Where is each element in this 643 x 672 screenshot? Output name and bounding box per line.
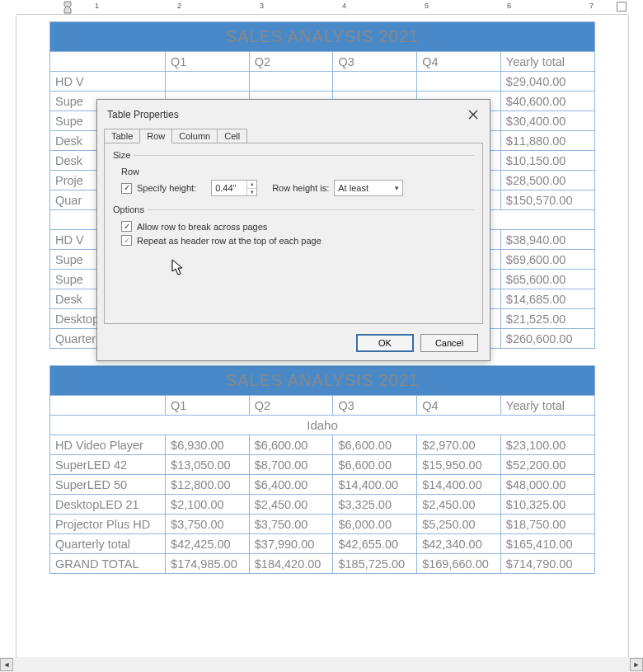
specify-height-checkbox[interactable] bbox=[121, 183, 132, 194]
table-row: Projector Plus HD$3,750.00$3,750.00$6,00… bbox=[50, 515, 595, 534]
tab-column[interactable]: Column bbox=[171, 129, 218, 143]
row-label: Row bbox=[121, 167, 139, 176]
vertical-ruler-left bbox=[0, 15, 16, 657]
table-row: GRAND TOTAL$174,985.00$184,420.00$185,72… bbox=[50, 554, 595, 574]
allow-break-checkbox[interactable] bbox=[121, 221, 132, 232]
horizontal-ruler: 1 2 3 4 5 6 7 bbox=[16, 0, 628, 15]
tab-cell[interactable]: Cell bbox=[217, 129, 247, 143]
table-title: SALES ANALYSIS 2021 bbox=[50, 22, 595, 52]
spinner-icon[interactable]: ▲▼ bbox=[246, 181, 256, 195]
specify-height-label: Specify height: bbox=[137, 183, 196, 193]
tab-table[interactable]: Table bbox=[104, 129, 140, 143]
ok-button[interactable]: OK bbox=[356, 334, 414, 352]
indent-marker-icon[interactable] bbox=[63, 0, 72, 15]
chevron-down-icon: ▼ bbox=[393, 185, 400, 192]
repeat-header-label: Repeat as header row at the top of each … bbox=[137, 236, 322, 246]
horizontal-scrollbar[interactable]: ◄ ► bbox=[0, 657, 643, 672]
tab-row[interactable]: Row bbox=[139, 129, 172, 143]
sales-table-2: SALES ANALYSIS 2021 Q1Q2Q3Q4Yearly total… bbox=[49, 365, 595, 574]
scroll-left-icon[interactable]: ◄ bbox=[0, 658, 13, 671]
allow-break-label: Allow row to break across pages bbox=[137, 222, 267, 232]
cancel-button[interactable]: Cancel bbox=[420, 334, 478, 352]
table-row: SuperLED 42$13,050.00$8,700.00$6,600.00$… bbox=[50, 455, 595, 475]
region-row: Idaho bbox=[50, 416, 595, 435]
row-height-is-label: Row height is: bbox=[272, 183, 329, 193]
scroll-right-icon[interactable]: ► bbox=[630, 658, 643, 671]
close-icon[interactable] bbox=[465, 106, 481, 123]
ruler-corner-button[interactable] bbox=[617, 2, 627, 12]
row-height-mode-select[interactable]: At least ▼ bbox=[334, 180, 403, 196]
table-title: SALES ANALYSIS 2021 bbox=[50, 366, 595, 396]
vertical-ruler-right bbox=[628, 15, 643, 657]
table-row: DesktopLED 21$2,100.00$2,450.00$3,325.00… bbox=[50, 495, 595, 515]
table-properties-dialog: Table Properties Table Row Column Cell S… bbox=[96, 99, 490, 361]
dialog-title: Table Properties bbox=[107, 109, 179, 120]
tab-body: Size Row Specify height: 0.44" ▲▼ Row he… bbox=[104, 143, 483, 324]
height-input[interactable]: 0.44" ▲▼ bbox=[211, 180, 257, 196]
table-row: Quarterly total$42,425.00$37,990.00$42,6… bbox=[50, 534, 595, 554]
size-group: Size Row Specify height: 0.44" ▲▼ Row he… bbox=[113, 150, 474, 201]
options-group: Options Allow row to break across pages … bbox=[113, 204, 474, 251]
repeat-header-checkbox[interactable] bbox=[121, 235, 132, 246]
table-row: HD Video Player$6,930.00$6,600.00$6,600.… bbox=[50, 435, 595, 455]
tab-strip: Table Row Column Cell bbox=[97, 129, 490, 143]
table-row: SuperLED 50$12,800.00$6,400.00$14,400.00… bbox=[50, 475, 595, 495]
